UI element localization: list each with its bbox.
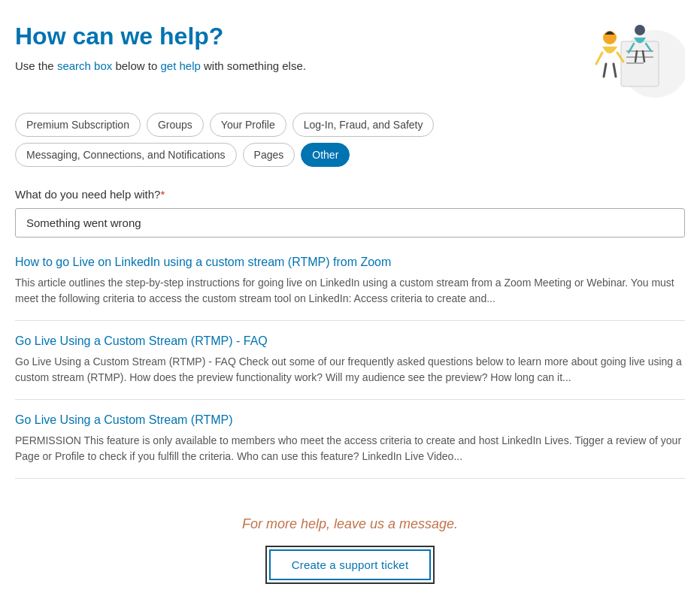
svg-line-6	[596, 53, 602, 64]
header-text: How can we help? Use the search box belo…	[15, 23, 550, 74]
svg-line-8	[604, 64, 606, 77]
required-star: *	[160, 188, 165, 201]
result-desc-1: This article outlines the step-by-step i…	[15, 275, 685, 307]
illustration	[565, 23, 685, 98]
tags-row-2: Messaging, Connections, and Notification…	[15, 143, 685, 167]
result-item: How to go Live on LinkedIn using a custo…	[15, 256, 685, 321]
svg-line-9	[614, 64, 616, 77]
form-section: What do you need help with?*	[15, 188, 685, 256]
subtitle-highlight-help: get help	[160, 59, 200, 72]
result-desc-3: PERMISSION This feature is only availabl…	[15, 433, 685, 464]
tag-pages[interactable]: Pages	[243, 143, 295, 167]
support-ticket-wrapper: Create a support ticket	[265, 546, 435, 584]
more-help-section: For more help, leave us a message. Creat…	[15, 501, 685, 591]
tags-row-1: Premium Subscription Groups Your Profile…	[15, 113, 685, 137]
result-title-2[interactable]: Go Live Using a Custom Stream (RTMP) - F…	[15, 334, 685, 348]
svg-point-10	[635, 25, 645, 35]
result-item: Go Live Using a Custom Stream (RTMP) PER…	[15, 400, 685, 479]
tag-premium-subscription[interactable]: Premium Subscription	[15, 113, 141, 137]
tag-groups[interactable]: Groups	[147, 113, 204, 137]
create-support-ticket-button[interactable]: Create a support ticket	[269, 549, 432, 580]
tags-section: Premium Subscription Groups Your Profile…	[15, 113, 685, 167]
result-title-3[interactable]: Go Live Using a Custom Stream (RTMP)	[15, 413, 685, 427]
result-title-1[interactable]: How to go Live on LinkedIn using a custo…	[15, 256, 685, 269]
subtitle: Use the search box below to get help wit…	[15, 58, 361, 74]
subtitle-highlight-search: search box	[57, 59, 112, 72]
result-desc-2: Go Live Using a Custom Stream (RTMP) - F…	[15, 354, 685, 386]
tag-login-fraud-safety[interactable]: Log-In, Fraud, and Safety	[292, 113, 435, 137]
main-title: How can we help?	[15, 23, 550, 50]
tag-other[interactable]: Other	[301, 143, 350, 167]
tag-your-profile[interactable]: Your Profile	[210, 113, 286, 137]
more-help-text: For more help, leave us a message.	[15, 516, 685, 532]
result-item: Go Live Using a Custom Stream (RTMP) - F…	[15, 321, 685, 400]
search-input[interactable]	[15, 208, 685, 237]
header-section: How can we help? Use the search box belo…	[15, 23, 685, 98]
results-section: How to go Live on LinkedIn using a custo…	[15, 256, 685, 479]
help-question-label: What do you need help with?*	[15, 188, 685, 201]
tag-messaging-connections[interactable]: Messaging, Connections, and Notification…	[15, 143, 237, 167]
